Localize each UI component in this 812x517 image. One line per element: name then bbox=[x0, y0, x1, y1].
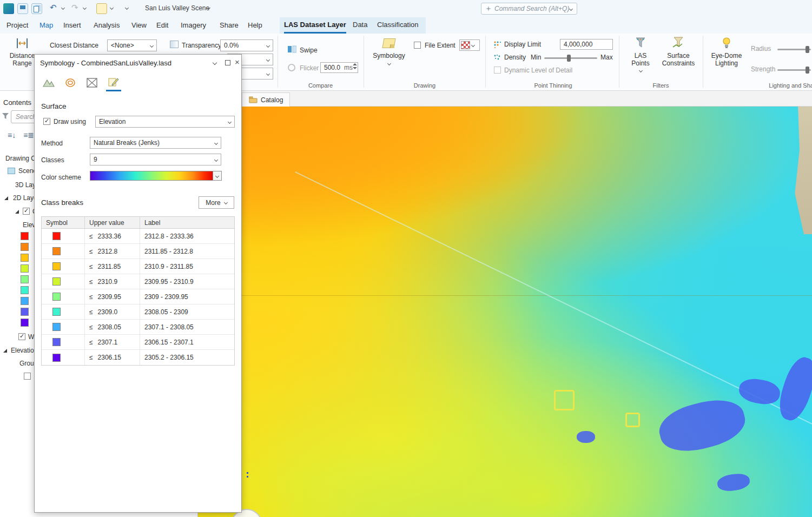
class-label[interactable]: 2307.1 - 2308.05 bbox=[140, 320, 234, 334]
tab-insert[interactable]: Insert bbox=[62, 17, 82, 34]
file-extent-color-picker[interactable] bbox=[459, 39, 480, 51]
strength-slider[interactable] bbox=[777, 69, 811, 71]
draw-using-checkbox[interactable] bbox=[43, 118, 50, 125]
elevation-raster-scene[interactable] bbox=[198, 107, 812, 517]
transparency-combo[interactable]: 0.0% bbox=[220, 39, 273, 51]
command-search-chevron-icon[interactable] bbox=[569, 6, 573, 10]
class-label[interactable]: 2310.9 - 2311.85 bbox=[140, 259, 234, 274]
class-symbol-swatch[interactable] bbox=[52, 293, 61, 301]
command-search[interactable]: Command Search (Alt+Q) bbox=[481, 3, 577, 15]
class-label[interactable]: 2312.8 - 2333.36 bbox=[140, 229, 234, 243]
class-label[interactable]: 2309 - 2309.95 bbox=[140, 289, 234, 304]
undo-button[interactable]: ↶ bbox=[50, 3, 57, 12]
class-symbol-swatch[interactable] bbox=[52, 338, 61, 346]
expander-icon[interactable] bbox=[3, 349, 7, 353]
tab-edit-symbology[interactable] bbox=[106, 76, 121, 91]
upper-value[interactable]: 2308.05 bbox=[98, 323, 121, 331]
class-break-row[interactable]: ≤2308.05 2307.1 - 2308.05 bbox=[42, 320, 234, 335]
tab-classification[interactable]: Classification bbox=[377, 17, 419, 34]
class-break-row[interactable]: ≤2307.1 2306.15 - 2307.1 bbox=[42, 335, 234, 350]
density-slider[interactable] bbox=[544, 57, 597, 59]
density-slider-thumb[interactable] bbox=[567, 55, 571, 62]
toolbar-options-chevron-icon[interactable] bbox=[125, 6, 129, 10]
upper-value[interactable]: 2312.8 bbox=[98, 248, 118, 255]
file-extent-checkbox[interactable] bbox=[414, 42, 421, 49]
class-label[interactable]: 2311.85 - 2312.8 bbox=[140, 244, 234, 258]
flicker-button[interactable]: Flicker bbox=[300, 64, 319, 72]
class-break-row[interactable]: ≤2309.95 2309 - 2309.95 bbox=[42, 289, 234, 304]
color-scheme-ramp[interactable] bbox=[90, 171, 213, 181]
expander-icon[interactable] bbox=[15, 210, 19, 214]
tab-imagery[interactable]: Imagery bbox=[180, 17, 207, 34]
panel-menu-chevron-icon[interactable] bbox=[213, 61, 217, 65]
upper-value[interactable]: 2309.0 bbox=[98, 308, 118, 316]
class-break-row[interactable]: ≤2310.9 2309.95 - 2310.9 bbox=[42, 274, 234, 289]
list-by-drawing-order-icon[interactable]: ≡↓ bbox=[8, 131, 16, 140]
tab-analysis[interactable]: Analysis bbox=[93, 17, 121, 34]
class-symbol-swatch[interactable] bbox=[52, 262, 61, 270]
dynamic-lod-checkbox[interactable] bbox=[494, 67, 501, 74]
list-by-source-icon[interactable]: ≡≣ bbox=[23, 131, 34, 140]
class-symbol-swatch[interactable] bbox=[52, 354, 61, 362]
swipe-button[interactable]: Swipe bbox=[300, 47, 318, 54]
class-label[interactable]: 2308.05 - 2309 bbox=[140, 304, 234, 319]
tab-edit[interactable]: Edit bbox=[155, 17, 169, 34]
class-break-row[interactable]: ≤2312.8 2311.85 - 2312.8 bbox=[42, 244, 234, 259]
upper-value[interactable]: 2307.1 bbox=[98, 339, 118, 346]
classes-dropdown[interactable]: 9 bbox=[90, 154, 221, 165]
col-symbol[interactable]: Symbol bbox=[42, 217, 85, 228]
filter-icon[interactable] bbox=[2, 112, 9, 120]
las-points-button[interactable]: LAS Points bbox=[626, 37, 655, 72]
class-symbol-swatch[interactable] bbox=[52, 232, 61, 240]
radius-slider-thumb[interactable] bbox=[806, 46, 809, 53]
surface-constraints-button[interactable]: Surface Constraints bbox=[661, 37, 696, 67]
upper-value[interactable]: 2309.95 bbox=[98, 293, 121, 301]
closest-distance-dropdown[interactable]: <None> bbox=[107, 39, 157, 51]
eye-dome-lighting-button[interactable]: Eye-Dome Lighting bbox=[710, 37, 743, 67]
save-icon[interactable] bbox=[17, 3, 28, 14]
combined-layer-checkbox[interactable] bbox=[23, 208, 30, 215]
tab-no-symbology[interactable] bbox=[84, 76, 100, 91]
symbology-button[interactable]: Symbology bbox=[373, 37, 405, 65]
tab-catalog[interactable]: Catalog bbox=[242, 92, 290, 107]
class-symbol-swatch[interactable] bbox=[52, 308, 61, 316]
undo-chevron-icon[interactable] bbox=[61, 6, 65, 10]
tab-map[interactable]: Map bbox=[38, 17, 54, 34]
class-symbol-swatch[interactable] bbox=[52, 247, 61, 255]
col-label[interactable]: Label bbox=[140, 217, 234, 228]
tab-data[interactable]: Data bbox=[353, 17, 367, 34]
documents-icon[interactable] bbox=[31, 3, 42, 14]
upper-value[interactable]: 2311.85 bbox=[98, 263, 121, 270]
panel-dock-icon[interactable] bbox=[225, 60, 230, 65]
add-in-chevron-icon[interactable] bbox=[110, 6, 114, 10]
tab-view[interactable]: View bbox=[130, 17, 148, 34]
method-dropdown[interactable]: Natural Breaks (Jenks) bbox=[90, 137, 221, 149]
class-symbol-swatch[interactable] bbox=[52, 323, 61, 331]
display-limit-input[interactable]: 4,000,000 bbox=[560, 39, 613, 50]
add-in-icon[interactable] bbox=[96, 3, 107, 14]
class-symbol-swatch[interactable] bbox=[52, 277, 61, 286]
tab-las-dataset-layer[interactable]: LAS Dataset Layer bbox=[284, 17, 346, 34]
more-button[interactable]: More bbox=[199, 196, 234, 209]
ground-sub-checkbox[interactable] bbox=[24, 373, 31, 380]
class-break-row[interactable]: ≤2306.15 2305.2 - 2306.15 bbox=[42, 350, 234, 365]
class-label[interactable]: 2305.2 - 2306.15 bbox=[140, 350, 234, 365]
redo-chevron-icon[interactable] bbox=[83, 6, 87, 10]
upper-value[interactable]: 2306.15 bbox=[98, 354, 121, 361]
redo-button[interactable]: ↷ bbox=[71, 3, 78, 12]
col-upper-value[interactable]: Upper value bbox=[85, 217, 140, 228]
draw-using-dropdown[interactable]: Elevation bbox=[95, 116, 235, 128]
world-layer-checkbox[interactable] bbox=[18, 333, 25, 340]
color-scheme-dropdown-button[interactable] bbox=[213, 171, 222, 181]
tab-share[interactable]: Share bbox=[219, 17, 240, 34]
upper-value[interactable]: 2333.36 bbox=[98, 233, 121, 240]
radius-slider[interactable] bbox=[777, 49, 811, 50]
expander-icon[interactable] bbox=[4, 196, 8, 200]
class-break-row[interactable]: ≤2311.85 2310.9 - 2311.85 bbox=[42, 259, 234, 274]
class-break-row[interactable]: ≤2333.36 2312.8 - 2333.36 bbox=[42, 229, 234, 244]
class-label[interactable]: 2309.95 - 2310.9 bbox=[140, 274, 234, 289]
panel-close-icon[interactable]: × bbox=[235, 57, 240, 67]
tab-contour-symbology[interactable] bbox=[63, 76, 78, 91]
upper-value[interactable]: 2310.9 bbox=[98, 278, 118, 286]
tab-surface-symbology[interactable] bbox=[41, 76, 56, 91]
